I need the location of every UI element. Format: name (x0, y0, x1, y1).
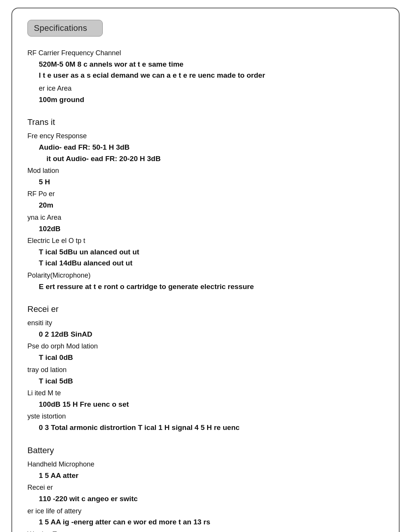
handheld-val: 1 5 AA atter (39, 470, 384, 481)
receiver-section: Recei er ensiti ity 0 2 12dB SinAD Pse d… (27, 303, 384, 433)
dynamic-val: 102dB (39, 223, 384, 234)
rf-carrier-title: RF Carrier Frequency Channel (27, 48, 384, 59)
receiver-title: Recei er (27, 303, 384, 316)
stray-label: tray od lation (27, 365, 384, 375)
rf-power-val: 20m (39, 200, 384, 211)
system-label: yste istortion (27, 411, 384, 422)
electric-line2: T ical 14dBu alanced out ut (39, 257, 384, 268)
content-area: RF Carrier Frequency Channel 520M-5 0M 8… (27, 48, 384, 532)
freq-line1: Audio- ead FR: 50-1 H 3dB (39, 142, 384, 153)
rf-carrier-line2: l t e user as a s ecial demand we can a … (39, 70, 384, 81)
pseudo-val: T ical 0dB (39, 352, 384, 363)
transmit-section: Trans it Fre ency Response Audio- ead FR… (27, 116, 384, 292)
battery-receiver-label: Recei er (27, 482, 384, 493)
modulation-label: Mod lation (27, 166, 384, 176)
freq-line2: it out Audio- ead FR: 20-20 H 3dB (46, 153, 384, 164)
pseudo-label: Pse do orph Mod lation (27, 341, 384, 352)
freq-response-label: Fre ency Response (27, 131, 384, 142)
polarity-val: E ert ressure at t e ront o cartridge to… (39, 281, 384, 292)
electric-label: Electric Le el O tp t (27, 236, 384, 246)
battery-section: Battery Handheld Microphone 1 5 AA atter… (27, 444, 384, 532)
dynamic-label: yna ic Area (27, 212, 384, 223)
transmit-title: Trans it (27, 116, 384, 129)
rf-carrier-line1: 520M-5 0M 8 c annels wor at t e same tim… (39, 59, 384, 70)
battery-receiver-val: 110 -220 wit c angeo er switc (39, 493, 384, 504)
header-title: Specifications (34, 23, 87, 33)
handheld-label: Handheld Microphone (27, 459, 384, 470)
page-container: Specifications RF Carrier Frequency Chan… (11, 8, 400, 532)
battery-title: Battery (27, 444, 384, 457)
specifications-header: Specifications (27, 20, 103, 37)
modulation-val: 5 H (39, 176, 384, 187)
sensitivity-val: 0 2 12dB SinAD (39, 329, 384, 340)
working-temp-label: Wor ing Te perat re (27, 529, 384, 532)
rf-carrier-section: RF Carrier Frequency Channel 520M-5 0M 8… (27, 48, 384, 105)
stray-val: T ical 5dB (39, 375, 384, 387)
rf-carrier-line4: 100m ground (39, 94, 384, 105)
service-val: 1 5 AA ig -energ atter can e wor ed more… (39, 516, 384, 527)
sensitivity-label: ensiti ity (27, 318, 384, 329)
electric-line1: T ical 5dBu un alanced out ut (39, 246, 384, 257)
limited-label: Li ited M te (27, 388, 384, 399)
rf-power-label: RF Po er (27, 189, 384, 200)
polarity-label: Polarity(Microphone) (27, 270, 384, 281)
service-label: er ice life of attery (27, 506, 384, 517)
system-val: 0 3 Total armonic distrortion T ical 1 H… (39, 422, 384, 433)
limited-val: 100dB 15 H Fre uenc o set (39, 399, 384, 410)
rf-carrier-line3: er ice Area (39, 83, 384, 94)
